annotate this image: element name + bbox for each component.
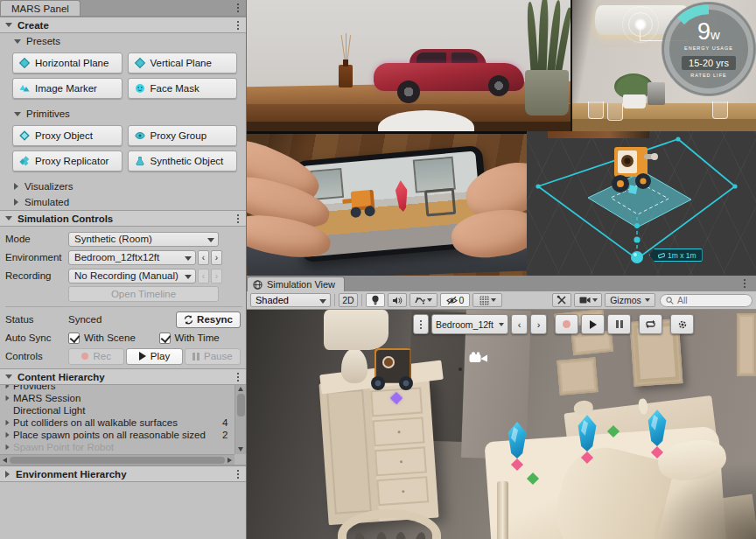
horizontal-plane-button[interactable]: Horizontal Plane (12, 52, 122, 74)
tab-mars-panel[interactable]: MARS Panel (0, 0, 80, 16)
proxy-group-button[interactable]: Proxy Group (128, 125, 238, 146)
scene-visibility-button[interactable]: 0 (440, 293, 470, 307)
overlay-loop-button[interactable] (639, 314, 662, 334)
simulation-controls-header[interactable]: Simulation Controls (0, 210, 246, 227)
open-timeline-row: Open Timeline (5, 285, 242, 303)
environment-prev-button[interactable]: ‹ (198, 250, 209, 265)
environment-hierarchy-header[interactable]: Environment Hierarchy (0, 466, 246, 482)
hierarchy-item-mars-session[interactable]: MARS Session (0, 392, 234, 404)
with-scene-checkbox-group[interactable]: With Scene (68, 332, 152, 344)
face-mask-button[interactable]: Face Mask (128, 78, 238, 99)
environment-dropdown[interactable]: Bedroom_12ftx12ft (68, 250, 196, 265)
status-label: Status (5, 314, 68, 325)
with-time-checkbox-group[interactable]: With Time (159, 332, 243, 344)
overlay-pause-button[interactable] (607, 314, 631, 334)
item-label: Spawn Point for Robot (13, 442, 234, 452)
scroll-up-icon[interactable] (238, 387, 243, 391)
audio-toggle-button[interactable] (388, 293, 407, 307)
scroll-right-icon[interactable] (228, 458, 232, 463)
scene-robot[interactable] (374, 348, 411, 383)
presets-title: Presets (26, 36, 60, 46)
with-scene-checkbox[interactable] (68, 332, 80, 344)
mode-dropdown[interactable]: Synthetic (Room) (68, 232, 219, 247)
environment-next-button[interactable]: › (211, 250, 222, 265)
scene-search-field[interactable]: All (660, 294, 752, 307)
pause-button[interactable]: Pause (185, 348, 241, 365)
overlay-record-button[interactable] (555, 314, 578, 334)
overlay-drag-handle[interactable] (413, 314, 429, 334)
pause-icon (192, 353, 200, 360)
overlay-environment-value: Bedroom_12ft (436, 319, 494, 330)
overlay-prev-environment-button[interactable]: ‹ (511, 314, 528, 334)
effects-dropdown-button[interactable] (410, 293, 438, 307)
simulation-view-menu-icon[interactable] (738, 277, 751, 290)
content-hierarchy-header[interactable]: Content Hierarchy (0, 368, 246, 385)
robot-eye (382, 356, 395, 368)
rec-button[interactable]: Rec (68, 348, 124, 365)
scroll-left-icon[interactable] (3, 458, 7, 463)
hierarchy-item-spawn-point-robot[interactable]: Spawn Point for Robot (0, 441, 234, 453)
overlay-next-environment-button[interactable]: › (530, 314, 547, 334)
overlay-environment-dropdown[interactable]: Bedroom_12ft (431, 314, 508, 334)
hierarchy-item-put-colliders[interactable]: Put colliders on all walkable surfaces 4 (0, 416, 234, 429)
primitives-grid: Proxy Object Proxy Group Proxy Replicato… (0, 122, 246, 178)
foldout-closed-icon (6, 432, 10, 438)
recording-prev-button[interactable]: ‹ (198, 269, 209, 284)
vertical-scrollbar[interactable] (234, 385, 246, 454)
camera-settings-button[interactable] (574, 293, 602, 307)
image-marker-button[interactable]: Image Marker (12, 78, 122, 99)
hierarchy-item-directional-light[interactable]: Directional Light (0, 404, 234, 416)
primitives-foldout[interactable]: Primitives (0, 106, 246, 122)
foldout-open-icon (5, 23, 12, 27)
button-label: Image Marker (35, 83, 97, 94)
play-label: Play (150, 351, 170, 361)
scene-viewport[interactable]: Bedroom_12ft ‹ › (247, 310, 756, 539)
foldout-open-icon (14, 39, 21, 44)
grid-settings-button[interactable] (472, 293, 502, 307)
photo-car-on-desk (247, 0, 570, 131)
lighting-toggle-button[interactable] (366, 293, 385, 307)
proxy-replicator-button[interactable]: Proxy Replicator (12, 150, 122, 172)
create-section-header[interactable]: Create (0, 17, 246, 33)
recording-next-button[interactable]: › (211, 269, 222, 284)
recording-dropdown[interactable]: No Recording (Manual) (68, 269, 196, 284)
create-menu-icon[interactable] (232, 19, 244, 32)
drinking-glass (607, 103, 623, 121)
resync-button[interactable]: Resync (176, 312, 241, 328)
item-label: Providers (13, 385, 234, 391)
play-button[interactable]: Play (126, 348, 182, 365)
open-timeline-button[interactable]: Open Timeline (68, 286, 219, 302)
simulation-view-tab-label: Simulation View (267, 279, 335, 290)
tab-simulation-view[interactable]: Simulation View (247, 276, 345, 291)
panel-menu-icon[interactable] (232, 2, 244, 14)
create-title: Create (18, 20, 49, 31)
environment-hierarchy-menu-icon[interactable] (232, 468, 244, 480)
shading-mode-dropdown[interactable]: Shaded (250, 293, 331, 307)
ar-robot-wheel (350, 206, 361, 218)
simulation-controls-menu-icon[interactable] (232, 213, 244, 225)
vertical-plane-button[interactable]: Vertical Plane (128, 52, 238, 74)
visualizers-foldout[interactable]: Visualizers (0, 178, 246, 194)
2d-toggle-button[interactable]: 2D (339, 293, 358, 307)
gizmos-dropdown-button[interactable]: Gizmos (605, 293, 655, 307)
presets-foldout[interactable]: Presets (0, 33, 246, 49)
scroll-down-icon[interactable] (238, 447, 243, 452)
synthetic-object-button[interactable]: Synthetic Object (128, 150, 238, 172)
hierarchy-item-providers[interactable]: Providers (0, 385, 234, 392)
scrollbar-thumb[interactable] (237, 394, 245, 416)
content-hierarchy-menu-icon[interactable] (232, 371, 244, 383)
component-tools-button[interactable] (552, 293, 571, 307)
proxy-object-button[interactable]: Proxy Object (12, 125, 122, 146)
item-count: 4 (222, 417, 234, 428)
face-mask-icon (135, 83, 145, 94)
mars-panel-tabbar: MARS Panel (0, 0, 246, 17)
hierarchy-item-place-spawn-points[interactable]: Place spawn points on all reasonable siz… (0, 429, 234, 441)
overlay-settings-button[interactable] (670, 314, 694, 334)
scrollbar-thumb[interactable] (10, 457, 225, 464)
with-time-checkbox[interactable] (159, 332, 171, 344)
horizontal-scrollbar[interactable] (0, 454, 234, 465)
overlay-play-button[interactable] (581, 314, 605, 334)
simulated-foldout[interactable]: Simulated (0, 194, 246, 210)
simulation-view-tabbar: Simulation View (247, 276, 756, 291)
ruler-icon (658, 252, 665, 259)
